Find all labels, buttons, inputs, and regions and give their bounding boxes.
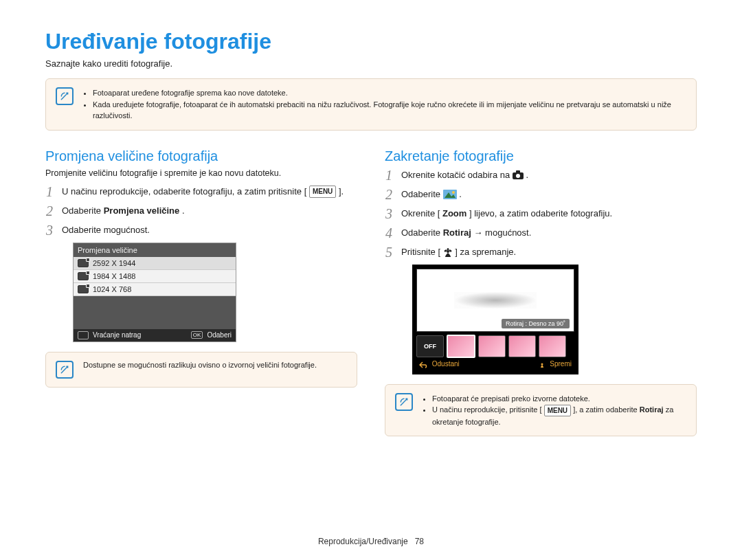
step-body: Odaberite . [401, 188, 697, 201]
size-icon [78, 259, 89, 267]
menu-button-icon: MENU [544, 405, 571, 416]
step-2: 2 Odaberite . [385, 188, 697, 201]
note-item: Fotoaparat će prepisati preko izvorne da… [432, 393, 686, 405]
camera-menu-row-label: 1024 X 768 [93, 285, 131, 293]
flower-icon [539, 361, 546, 368]
step-number: 1 [45, 185, 54, 199]
edit-photo-icon [443, 190, 457, 199]
step-text: Okrenite [ [401, 208, 440, 219]
camera-menu-padding [74, 296, 236, 329]
camera-menu-mock: Promjena veličine 2592 X 1944 1984 X 148… [73, 243, 236, 342]
step-text: Pritisnite [ [401, 247, 440, 257]
right-note-list: Fotoaparat će prepisati preko izvorne da… [423, 393, 686, 428]
step-text: Odaberite [401, 189, 443, 199]
step-1: 1 U načinu reprodukcije, odaberite fotog… [45, 185, 357, 199]
svg-point-7 [447, 248, 449, 251]
rotate-off-thumb: OFF [416, 335, 444, 357]
step-body: U načinu reprodukcije, odaberite fotogra… [62, 185, 357, 199]
step-body: Odaberite mogućnost. [62, 223, 357, 237]
right-bottom-note: Fotoaparat će prepisati preko izvorne da… [385, 384, 697, 437]
svg-point-2 [516, 174, 520, 178]
section-heading-rotate: Zakretanje fotografije [385, 148, 697, 164]
step-1: 1 Okrenite kotačić odabira na . [385, 168, 697, 182]
rotate-footer: Odustani Spremi [416, 358, 574, 370]
camera-menu-row: 1024 X 768 [74, 283, 236, 296]
step-number: 1 [385, 168, 393, 182]
svg-rect-1 [516, 170, 520, 173]
step-text: → mogućnost. [474, 227, 532, 238]
camera-menu-row: 1984 X 1488 [74, 270, 236, 283]
top-note-box: Fotoaparat uređene fotografije sprema ka… [45, 78, 697, 131]
step-text: ] za spremanje. [455, 247, 516, 257]
step-3: 3 Odaberite mogućnost. [45, 223, 357, 237]
step-body: Okrenite kotačić odabira na . [401, 168, 697, 182]
step-text-bold: Promjena veličine [104, 205, 180, 216]
step-body: Odaberite Promjena veličine . [62, 204, 357, 218]
step-number: 2 [45, 204, 54, 218]
section-subtitle-resize: Promjenite veličinu fotografije i spremi… [45, 168, 357, 178]
step-text-bold: Rotiraj [443, 227, 471, 238]
step-number: 5 [385, 245, 393, 259]
footer-section: Reprodukcija/Uređivanje [318, 537, 408, 546]
rotate-footer-cancel: Odustani [432, 360, 460, 368]
page-footer: Reprodukcija/Uređivanje 78 [0, 537, 742, 546]
step-text: Odaberite [62, 205, 104, 216]
top-note-item: Kada uređujete fotografije, fotoaparat ć… [93, 99, 686, 122]
rotate-label: Rotiraj : Desno za 90˚ [502, 319, 570, 328]
step-text-bold: Zoom [442, 208, 466, 219]
size-icon [78, 285, 89, 293]
mode-dial-icon [513, 170, 524, 180]
info-icon [395, 393, 413, 411]
step-2: 2 Odaberite Promjena veličine . [45, 204, 357, 218]
rotate-thumbs-row: OFF [416, 335, 574, 358]
step-number: 2 [385, 188, 393, 201]
size-icon [78, 272, 89, 280]
rotate-thumb [508, 335, 536, 357]
step-number: 3 [385, 207, 393, 221]
info-icon [56, 361, 74, 379]
camera-footer-ok: Odaberi [207, 331, 232, 339]
macro-flower-icon [443, 248, 453, 258]
step-5: 5 Pritisnite [ ] za spremanje. [385, 245, 697, 259]
left-bottom-note: Dostupne se mogućnosti razlikuju ovisno … [45, 352, 357, 388]
note-text-bold: Rotiraj [640, 405, 664, 414]
step-number: 4 [385, 226, 393, 240]
step-text: U načinu reprodukcije, odaberite fotogra… [62, 186, 306, 197]
step-text: ] lijevo, a zatim odaberite fotografiju. [469, 208, 612, 219]
page-title: Uređivanje fotografije [45, 29, 697, 54]
content-columns: Promjena veličine fotografija Promjenite… [45, 148, 697, 437]
camera-menu-footer: Vraćanje natrag OK Odaberi [74, 329, 236, 341]
step-text: Odaberite [401, 227, 443, 238]
note-text: ], a zatim odaberite [573, 405, 640, 414]
menu-button-icon: MENU [309, 186, 336, 198]
rotate-thumb [478, 335, 506, 357]
camera-menu-row: 2592 X 1944 [74, 257, 236, 270]
footer-page-number: 78 [415, 537, 424, 546]
info-icon [56, 87, 74, 105]
rotate-thumb-selected [447, 335, 475, 358]
top-note-item: Fotoaparat uređene fotografije sprema ka… [93, 87, 686, 99]
camera-footer-back: Vraćanje natrag [93, 331, 141, 339]
back-icon [78, 331, 89, 339]
page-subtitle: Saznajte kako urediti fotografije. [45, 58, 697, 69]
step-text: . [182, 205, 185, 216]
rotate-footer-save: Spremi [550, 360, 572, 368]
camera-menu-body: 2592 X 1944 1984 X 1488 1024 X 768 [74, 257, 236, 329]
note-text: U načinu reprodukcije, pritisnite [ [432, 405, 542, 414]
step-text: . [459, 189, 462, 199]
step-body: Okrenite [ Zoom ] lijevo, a zatim odaber… [401, 207, 697, 221]
step-text: Okrenite kotačić odabira na [401, 170, 513, 180]
note-item: U načinu reprodukcije, pritisnite [ MENU… [432, 404, 686, 427]
svg-point-5 [452, 191, 455, 194]
camera-menu-row-label: 2592 X 1944 [93, 259, 135, 267]
step-4: 4 Odaberite Rotiraj → mogućnost. [385, 226, 697, 240]
rotate-thumb [539, 335, 566, 357]
step-text: . [526, 170, 529, 180]
back-arrow-icon [419, 361, 427, 368]
left-column: Promjena veličine fotografija Promjenite… [45, 148, 357, 437]
top-note-list: Fotoaparat uređene fotografije sprema ka… [83, 87, 686, 122]
step-text: ]. [339, 186, 344, 197]
camera-menu-row-label: 1984 X 1488 [93, 272, 135, 280]
section-heading-resize: Promjena veličine fotografija [45, 148, 357, 164]
step-body: Odaberite Rotiraj → mogućnost. [401, 226, 697, 240]
